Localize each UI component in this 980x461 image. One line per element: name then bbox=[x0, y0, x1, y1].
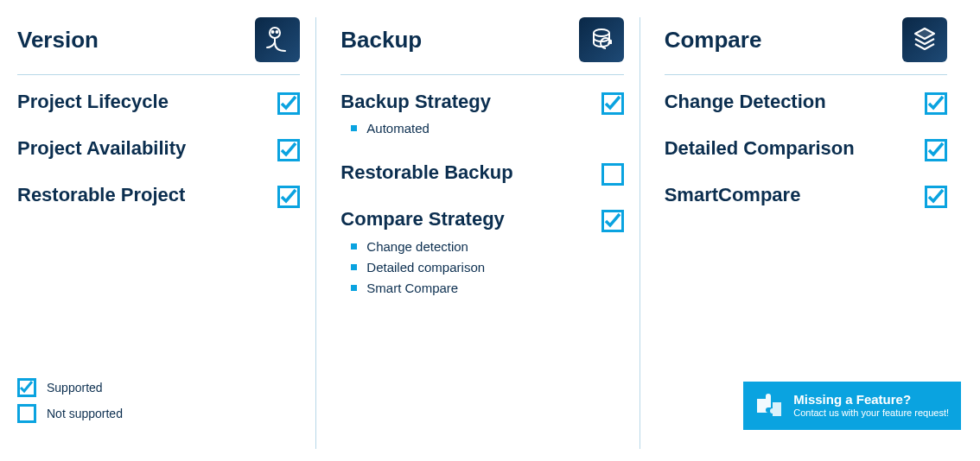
legend-row-not-supported: Not supported bbox=[17, 404, 123, 423]
feature-subitem: Automated bbox=[351, 118, 589, 139]
feature-request-cta[interactable]: Missing a Feature? Contact us with your … bbox=[743, 382, 961, 430]
column-title: Backup bbox=[340, 27, 422, 54]
robot-icon bbox=[255, 17, 300, 62]
column-header: Compare bbox=[665, 17, 947, 75]
feature-label: Restorable Backup bbox=[340, 161, 589, 184]
feature-subitem: Detailed comparison bbox=[351, 257, 589, 278]
feature-sublist: Change detection Detailed comparison Sma… bbox=[351, 237, 589, 299]
supported-checkbox bbox=[277, 92, 300, 115]
feature-row: Detailed Comparison bbox=[665, 137, 947, 161]
supported-checkbox bbox=[277, 139, 300, 161]
column-title: Compare bbox=[665, 27, 762, 54]
feature-label: SmartCompare bbox=[665, 184, 913, 206]
puzzle-icon bbox=[752, 388, 786, 423]
supported-checkbox bbox=[925, 186, 947, 208]
feature-label: Detailed Comparison bbox=[665, 137, 913, 160]
feature-label: Project Availability bbox=[17, 137, 265, 160]
supported-checkbox bbox=[925, 92, 947, 115]
svg-point-3 bbox=[594, 29, 609, 36]
column-header: Version bbox=[17, 17, 300, 75]
cta-subtitle: Contact us with your feature request! bbox=[793, 407, 949, 419]
feature-subitem: Change detection bbox=[351, 237, 589, 257]
feature-label: Change Detection bbox=[665, 91, 913, 113]
legend-row-supported: Supported bbox=[17, 378, 123, 397]
legend: Supported Not supported bbox=[17, 378, 123, 430]
legend-label: Supported bbox=[47, 381, 103, 395]
feature-subitem: Smart Compare bbox=[351, 278, 589, 299]
feature-row: Compare Strategy Change detection Detail… bbox=[340, 208, 623, 298]
legend-label: Not supported bbox=[47, 407, 123, 420]
svg-point-2 bbox=[277, 31, 278, 33]
feature-row: Project Availability bbox=[17, 137, 300, 161]
feature-row: Restorable Backup bbox=[340, 161, 623, 186]
feature-row: Restorable Project bbox=[17, 184, 300, 208]
feature-row: SmartCompare bbox=[665, 184, 947, 208]
layers-icon bbox=[902, 17, 947, 62]
unsupported-checkbox bbox=[601, 163, 624, 186]
feature-label: Restorable Project bbox=[17, 184, 265, 206]
supported-checkbox bbox=[277, 186, 300, 208]
supported-checkbox bbox=[601, 92, 624, 115]
legend-checkbox-unchecked bbox=[17, 404, 36, 423]
column-backup: Backup Backup Strategy Automated bbox=[315, 17, 639, 449]
feature-row: Backup Strategy Automated bbox=[340, 91, 623, 139]
feature-row: Project Lifecycle bbox=[17, 91, 300, 115]
feature-label: Project Lifecycle bbox=[17, 91, 265, 113]
feature-sublist: Automated bbox=[351, 118, 589, 139]
supported-checkbox bbox=[925, 139, 947, 161]
supported-checkbox bbox=[601, 210, 624, 232]
column-title: Version bbox=[17, 27, 99, 54]
legend-checkbox-checked bbox=[17, 378, 36, 397]
feature-row: Change Detection bbox=[665, 91, 947, 115]
column-header: Backup bbox=[340, 17, 623, 75]
feature-label: Compare Strategy bbox=[340, 208, 589, 230]
cta-title: Missing a Feature? bbox=[793, 392, 949, 407]
database-restore-icon bbox=[579, 17, 624, 62]
feature-label: Backup Strategy bbox=[340, 91, 589, 113]
svg-point-1 bbox=[272, 31, 274, 33]
